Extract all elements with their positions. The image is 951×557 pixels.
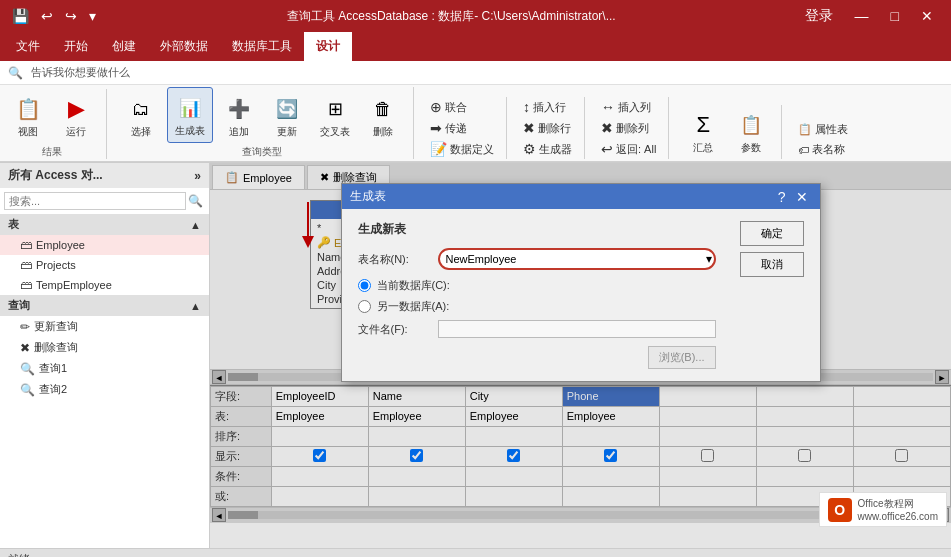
tables-section[interactable]: 表 ▲: [0, 214, 209, 235]
pass-button[interactable]: ➡传递: [426, 118, 498, 138]
select-icon: 🗂: [125, 93, 157, 125]
nav-item-update-query[interactable]: ✏ 更新查询: [0, 316, 209, 337]
panel-collapse-icon[interactable]: »: [194, 169, 201, 183]
append-label: 追加: [229, 125, 249, 139]
params-icon: 📋: [735, 109, 767, 141]
view-label: 视图: [18, 125, 38, 139]
another-db-label: 另一数据库(A):: [377, 299, 450, 314]
table-name-button[interactable]: 🏷表名称: [794, 140, 852, 159]
delete-button[interactable]: 🗑 删除: [361, 89, 405, 143]
params-button[interactable]: 📋 参数: [729, 105, 773, 159]
table-icon-2: 🗃: [20, 258, 32, 272]
browse-row: 浏览(B)...: [358, 346, 716, 369]
nav-item-query2[interactable]: 🔍 查询2: [0, 379, 209, 400]
ribbon-tabs: 文件 开始 创建 外部数据 数据库工具 设计: [0, 32, 951, 61]
insert-row-button[interactable]: ↕插入行: [519, 97, 576, 117]
insert-row-icon: ↕: [523, 99, 530, 115]
update-icon: 🔄: [271, 93, 303, 125]
show-col: ↕插入行 ✖删除行 ⚙生成器: [519, 97, 576, 159]
title-bar-controls[interactable]: 💾 ↩ ↪ ▾: [8, 6, 100, 26]
dialog-close-button[interactable]: ✕: [792, 189, 812, 205]
status-text: 就绪: [8, 552, 30, 557]
tab-home[interactable]: 开始: [52, 32, 100, 61]
nav-item-tempemployee-label: TempEmployee: [36, 279, 112, 291]
close-button[interactable]: ✕: [911, 3, 943, 29]
totals-button[interactable]: Σ 汇总: [681, 105, 725, 159]
crosstab-button[interactable]: ⊞ 交叉表: [313, 89, 357, 143]
results-label: 结果: [42, 145, 62, 159]
redo-icon[interactable]: ↪: [61, 6, 81, 26]
file-label: 文件名(F):: [358, 322, 438, 337]
append-button[interactable]: ➕ 追加: [217, 89, 261, 143]
site-name: Office教程网: [858, 497, 938, 511]
delete-col-button[interactable]: ✖删除列: [597, 118, 660, 138]
make-table-dialog: 生成表 ? ✕ 生成新表 表名称(N): ▾: [341, 183, 821, 382]
totals-items: Σ 汇总 📋 参数: [681, 105, 773, 159]
return-button[interactable]: ↩返回: All: [597, 139, 660, 159]
window-controls[interactable]: 登录 — □ ✕: [795, 3, 943, 29]
insert-col-button[interactable]: ↔插入列: [597, 97, 660, 117]
another-db-radio-row: 另一数据库(A):: [358, 299, 716, 314]
delete-row-button[interactable]: ✖删除行: [519, 118, 576, 138]
property-sheet-button[interactable]: 📋属性表: [794, 120, 852, 139]
current-db-radio-row: 当前数据库(C):: [358, 278, 716, 293]
dropdown-arrow[interactable]: ▾: [706, 252, 712, 266]
view-button[interactable]: 📋 视图: [6, 89, 50, 143]
queries-collapse-icon: ▲: [190, 300, 201, 312]
dialog-title-text: 生成表: [350, 188, 386, 205]
queries-section[interactable]: 查询 ▲: [0, 295, 209, 316]
another-db-radio[interactable]: [358, 300, 371, 313]
dialog-overlay: 生成表 ? ✕ 生成新表 表名称(N): ▾: [210, 163, 951, 548]
union-button[interactable]: ⊕联合: [426, 97, 498, 117]
panel-title: 所有 Access 对...: [8, 167, 103, 184]
select-button[interactable]: 🗂 选择: [119, 89, 163, 143]
tab-design[interactable]: 设计: [304, 32, 352, 61]
search-input[interactable]: [4, 192, 186, 210]
title-bar: 💾 ↩ ↪ ▾ 查询工具 AccessDatabase : 数据库- C:\Us…: [0, 0, 951, 32]
office-logo: O: [828, 498, 852, 522]
nav-item-tempemployee[interactable]: 🗃 TempEmployee: [0, 275, 209, 295]
dialog-help-button[interactable]: ?: [774, 189, 790, 205]
nav-item-employee[interactable]: 🗃 Employee: [0, 235, 209, 255]
login-button[interactable]: 登录: [795, 3, 843, 29]
undo-icon[interactable]: ↩: [37, 6, 57, 26]
nav-item-delete-query[interactable]: ✖ 删除查询: [0, 337, 209, 358]
content-area: 📋 Employee ✖ 删除查询: [210, 163, 951, 548]
dialog-title-buttons: ? ✕: [774, 189, 812, 205]
make-table-label: 生成表: [175, 124, 205, 138]
update-button[interactable]: 🔄 更新: [265, 89, 309, 143]
delete-icon: 🗑: [367, 93, 399, 125]
current-db-radio[interactable]: [358, 279, 371, 292]
minimize-button[interactable]: —: [845, 3, 879, 29]
more-icon[interactable]: ▾: [85, 6, 100, 26]
watermark: O Office教程网 www.office26.com: [819, 492, 947, 527]
builder-button[interactable]: ⚙生成器: [519, 139, 576, 159]
file-input[interactable]: [438, 320, 716, 338]
tab-external[interactable]: 外部数据: [148, 32, 220, 61]
tables-section-label: 表: [8, 217, 19, 232]
maximize-button[interactable]: □: [881, 3, 909, 29]
tab-file[interactable]: 文件: [4, 32, 52, 61]
browse-button[interactable]: 浏览(B)...: [648, 346, 716, 369]
search-icon: 🔍: [8, 66, 23, 80]
data-def-button[interactable]: 📝数据定义: [426, 139, 498, 159]
nav-item-employee-label: Employee: [36, 239, 85, 251]
group-totals: Σ 汇总 📋 参数: [681, 105, 782, 159]
property-icon: 📋: [798, 123, 812, 136]
left-panel-header: 所有 Access 对... »: [0, 163, 209, 188]
nav-item-projects[interactable]: 🗃 Projects: [0, 255, 209, 275]
union-icon: ⊕: [430, 99, 442, 115]
file-row: 文件名(F):: [358, 320, 716, 338]
run-button[interactable]: ▶ 运行: [54, 89, 98, 143]
query-icon-4: 🔍: [20, 383, 35, 397]
table-name-input[interactable]: [438, 248, 716, 270]
tab-create[interactable]: 创建: [100, 32, 148, 61]
tab-db-tools[interactable]: 数据库工具: [220, 32, 304, 61]
make-table-button[interactable]: 📊 生成表: [167, 87, 213, 143]
cancel-button[interactable]: 取消: [740, 252, 804, 277]
ok-button[interactable]: 确定: [740, 221, 804, 246]
save-icon[interactable]: 💾: [8, 6, 33, 26]
nav-item-query1[interactable]: 🔍 查询1: [0, 358, 209, 379]
insert-col-icon: ↔: [601, 99, 615, 115]
window-title: 查询工具 AccessDatabase : 数据库- C:\Users\Admi…: [108, 8, 795, 25]
